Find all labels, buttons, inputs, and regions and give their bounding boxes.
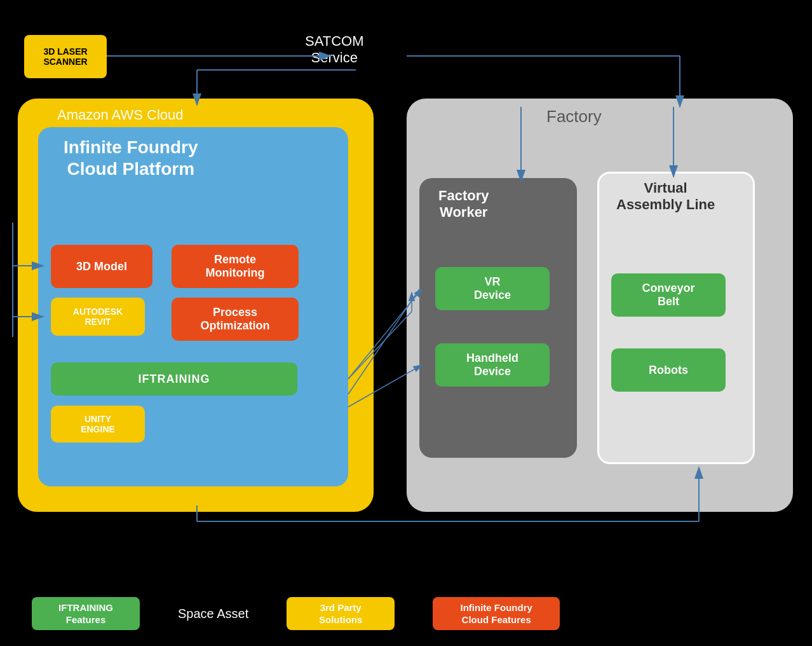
val-title: Virtual Assembly Line	[616, 180, 715, 214]
box-process-optimization: Process Optimization	[172, 298, 299, 341]
legend-iftraining: IFTRAINING Features	[32, 597, 140, 630]
box-handheld-device: Handheld Device	[435, 343, 550, 387]
legend-infinite-foundry: Infinite Foundry Cloud Features	[433, 597, 560, 630]
box-autodesk-revit: AUTODESK REVIT	[51, 298, 145, 336]
legend-row: IFTRAINING Features Space Asset 3rd Part…	[32, 597, 782, 630]
legend-3rdparty-box: 3rd Party Solutions	[287, 597, 395, 630]
box-3dmodel: 3D Model	[51, 245, 152, 288]
legend-3rdparty: 3rd Party Solutions	[287, 597, 395, 630]
aws-cloud-label: Amazon AWS Cloud	[57, 107, 184, 123]
laser-scanner-box: 3D LASER SCANNER	[24, 35, 107, 78]
legend-space-asset: Space Asset	[178, 605, 248, 622]
box-remote-monitoring: Remote Monitoring	[172, 245, 299, 288]
factory-worker-title: Factory Worker	[438, 188, 489, 221]
diagram-container: SATCOM Service 3D LASER SCANNER Amazon A…	[0, 0, 812, 646]
legend-infinite-foundry-box: Infinite Foundry Cloud Features	[433, 597, 560, 630]
factory-label: Factory	[546, 107, 602, 127]
box-iftraining: IFTRAINING	[51, 362, 297, 395]
ifcp-title: Infinite Foundry Cloud Platform	[64, 137, 198, 179]
box-conveyor-belt: Conveyor Belt	[611, 273, 726, 317]
box-vr-device: VR Device	[435, 267, 550, 310]
box-robots: Robots	[611, 348, 726, 392]
legend-iftraining-box: IFTRAINING Features	[32, 597, 140, 630]
box-unity-engine: UNITY ENGINE	[51, 406, 145, 443]
satcom-label: SATCOM Service	[305, 33, 363, 66]
virtual-assembly-line-box	[597, 172, 755, 464]
